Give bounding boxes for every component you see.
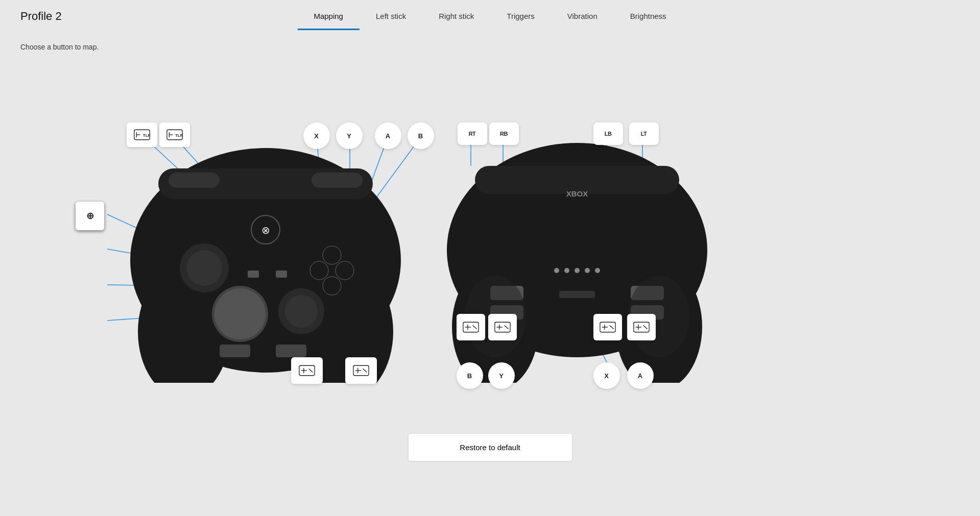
x-button[interactable]: X: [303, 122, 330, 149]
svg-point-67: [554, 268, 559, 273]
svg-point-50: [323, 246, 341, 264]
tab-right-stick[interactable]: Right stick: [422, 3, 490, 30]
svg-line-86: [472, 325, 476, 329]
svg-line-82: [363, 368, 367, 372]
svg-rect-47: [276, 271, 287, 278]
b-button[interactable]: B: [408, 122, 434, 149]
lb-button[interactable]: LB: [593, 122, 623, 145]
svg-point-43: [285, 295, 318, 328]
back-paddle-p3[interactable]: [593, 314, 622, 340]
back-paddle-p2[interactable]: [488, 314, 517, 340]
front-paddle-right[interactable]: [345, 357, 377, 384]
paddle-p4-button[interactable]: ⊕: [76, 202, 104, 230]
svg-text:⊗: ⊗: [261, 225, 270, 236]
svg-point-69: [575, 268, 580, 273]
svg-rect-54: [169, 173, 220, 188]
svg-point-41: [186, 250, 222, 286]
svg-line-78: [308, 368, 313, 372]
svg-rect-55: [312, 173, 363, 188]
svg-point-52: [323, 277, 341, 295]
svg-point-53: [310, 261, 328, 280]
profile-title: Profile 2: [20, 10, 62, 23]
svg-text:XBOX: XBOX: [566, 189, 588, 198]
svg-point-70: [585, 268, 590, 273]
restore-default-button[interactable]: Restore to default: [409, 434, 572, 461]
svg-rect-74: [559, 291, 595, 298]
lt-button[interactable]: LT: [629, 122, 659, 145]
svg-point-68: [564, 268, 569, 273]
svg-rect-56: [220, 345, 250, 357]
front-controller: ⊗: [117, 117, 414, 383]
back-a-button[interactable]: A: [627, 362, 654, 389]
svg-rect-57: [276, 345, 306, 357]
tab-brightness[interactable]: Brightness: [614, 3, 683, 30]
scene-container: ⊕ ⊕ ⊕ ⊕ TLF: [20, 56, 960, 413]
tab-triggers[interactable]: Triggers: [490, 3, 551, 30]
a-button[interactable]: A: [375, 122, 401, 149]
back-b-button[interactable]: B: [457, 362, 483, 389]
svg-point-51: [336, 261, 354, 280]
back-controller: XBOX: [439, 117, 715, 383]
instruction-text: Choose a button to map.: [0, 33, 980, 56]
tab-vibration[interactable]: Vibration: [551, 3, 614, 30]
y-button[interactable]: Y: [336, 122, 363, 149]
svg-rect-46: [248, 271, 259, 278]
svg-line-90: [504, 325, 508, 329]
back-paddle-p4[interactable]: [627, 314, 656, 340]
svg-point-45: [214, 288, 266, 339]
tab-left-stick[interactable]: Left stick: [360, 3, 422, 30]
header: Profile 2 Mapping Left stick Right stick…: [0, 0, 980, 33]
tab-mapping[interactable]: Mapping: [297, 3, 360, 30]
tab-bar: Mapping Left stick Right stick Triggers …: [297, 3, 682, 30]
svg-text:⊕: ⊕: [86, 211, 93, 221]
svg-point-71: [595, 268, 600, 273]
back-paddle-p1[interactable]: [457, 314, 485, 340]
back-x-button[interactable]: X: [593, 362, 620, 389]
svg-line-98: [643, 325, 647, 329]
back-y-button[interactable]: Y: [488, 362, 515, 389]
svg-line-94: [609, 325, 613, 329]
front-paddle-left[interactable]: [291, 357, 323, 384]
